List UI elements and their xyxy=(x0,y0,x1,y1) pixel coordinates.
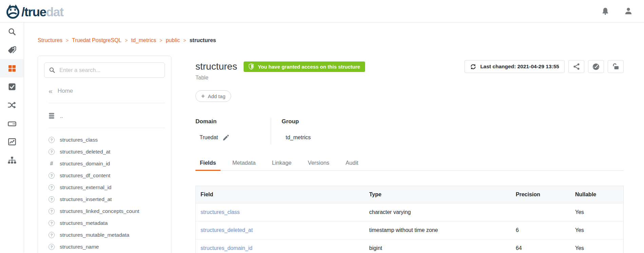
group-value: td_metrics xyxy=(286,134,311,141)
pencil-icon xyxy=(223,134,229,141)
owl-icon xyxy=(5,3,20,19)
list-item[interactable]: ? structures_class xyxy=(44,134,165,146)
truedat-logo[interactable]: /truedat xyxy=(5,3,63,19)
breadcrumb: Structures > Truedat PostgreSQL > td_met… xyxy=(38,37,624,43)
detail-tabs: Fields Metadata Linkage Versions Audit xyxy=(195,160,624,171)
group-column: Group td_metrics xyxy=(271,118,311,144)
top-bar: /truedat xyxy=(0,0,644,22)
column-header-nullable: Nullable xyxy=(570,192,623,198)
question-circle-icon: ? xyxy=(49,173,55,179)
nullable-cell: Yes xyxy=(570,209,623,215)
notifications-bell-icon[interactable] xyxy=(601,7,609,15)
table-header-row: Field Type Precision Nullable xyxy=(196,186,623,203)
breadcrumb-link-system[interactable]: Truedat PostgreSQL xyxy=(72,37,121,43)
share-icon xyxy=(573,63,580,70)
sitemap-icon xyxy=(8,157,16,164)
domain-label: Domain xyxy=(195,118,271,125)
group-label: Group xyxy=(282,118,311,125)
tab-metadata[interactable]: Metadata xyxy=(228,160,260,170)
list-item[interactable]: ? structures_mutable_metadata xyxy=(44,229,165,241)
list-item[interactable]: ? structures_linked_concepts_count xyxy=(44,205,165,217)
navigator-home-button[interactable]: « Home xyxy=(44,87,165,95)
edit-domain-button[interactable] xyxy=(223,134,229,141)
sidebar-item-dashboards[interactable] xyxy=(0,132,24,151)
refresh-last-changed-button[interactable]: Last changed: 2021-04-29 13:55 xyxy=(465,60,565,73)
question-circle-icon: ? xyxy=(49,220,55,226)
profiling-gauge-button[interactable] xyxy=(588,60,604,73)
icon-sidebar xyxy=(0,22,24,253)
grid-icon xyxy=(8,65,16,72)
sidebar-item-taxonomy[interactable] xyxy=(0,151,24,169)
list-item[interactable]: ? structures_df_content xyxy=(44,169,165,181)
field-link[interactable]: structures_class xyxy=(201,209,240,215)
add-tag-button[interactable]: + Add tag xyxy=(195,90,231,102)
granted-access-badge: You have granted access on this structur… xyxy=(244,61,365,72)
navigator-parent-item[interactable]: .. xyxy=(44,112,165,120)
app-window: /truedat xyxy=(0,0,644,253)
breadcrumb-link-structures[interactable]: Structures xyxy=(38,37,62,43)
list-item[interactable]: ? structures_name xyxy=(44,241,165,253)
precision-cell: 64 xyxy=(511,245,570,251)
table-row: structures_domain_id bigint 64 Yes xyxy=(196,239,623,253)
double-chevron-left-icon: « xyxy=(49,88,53,94)
gauge-icon xyxy=(592,63,600,71)
type-cell: character varying xyxy=(364,209,511,215)
tab-audit[interactable]: Audit xyxy=(341,160,363,170)
panel-divider xyxy=(49,128,165,128)
sidebar-item-structures[interactable] xyxy=(0,59,24,77)
type-cell: timestamp without time zone xyxy=(364,227,511,233)
question-circle-icon: ? xyxy=(49,137,55,143)
field-link[interactable]: structures_deleted_at xyxy=(201,227,253,233)
question-circle-icon: ? xyxy=(49,149,55,155)
sidebar-item-lineage[interactable] xyxy=(0,96,24,114)
drive-icon xyxy=(8,120,16,126)
content-area: Structures > Truedat PostgreSQL > td_met… xyxy=(24,22,644,253)
search-input[interactable] xyxy=(59,67,160,73)
structure-detail: structures You have granted access on t xyxy=(195,56,624,253)
field-label: structures_domain_id xyxy=(60,161,110,167)
domain-group-section: Domain Truedat xyxy=(195,118,624,144)
sidebar-item-glossary[interactable] xyxy=(0,41,24,59)
tab-linkage[interactable]: Linkage xyxy=(267,160,296,170)
column-header-precision: Precision xyxy=(511,192,570,198)
field-label: structures_metadata xyxy=(60,220,108,226)
user-avatar-icon[interactable] xyxy=(624,7,632,15)
header-buttons: Last changed: 2021-04-29 13:55 xyxy=(465,60,624,73)
breadcrumb-separator-icon: > xyxy=(125,38,128,43)
database-stack-icon xyxy=(49,113,55,119)
structure-type-label: Table xyxy=(195,75,365,81)
nullable-cell: Yes xyxy=(570,245,623,251)
question-circle-icon: ? xyxy=(49,244,55,250)
panel-divider xyxy=(49,103,165,103)
breadcrumb-link-database[interactable]: td_metrics xyxy=(131,37,156,43)
sidebar-item-quality[interactable] xyxy=(0,77,24,96)
column-header-type: Type xyxy=(364,192,511,198)
fields-table: Field Type Precision Nullable structures… xyxy=(195,186,624,253)
chart-line-icon xyxy=(8,138,16,145)
breadcrumb-link-schema[interactable]: public xyxy=(166,37,180,43)
list-item[interactable]: ? structures_deleted_at xyxy=(44,146,165,158)
list-item[interactable]: ? structures_inserted_at xyxy=(44,193,165,205)
sidebar-item-sources[interactable] xyxy=(0,114,24,132)
tab-fields[interactable]: Fields xyxy=(195,160,221,171)
list-item[interactable]: # structures_domain_id xyxy=(44,158,165,169)
home-label: Home xyxy=(58,88,73,94)
unlock-button[interactable] xyxy=(608,60,624,73)
structure-search-box[interactable] xyxy=(44,62,165,78)
unlock-icon xyxy=(612,63,620,70)
question-circle-icon: ? xyxy=(49,184,55,191)
sidebar-item-search[interactable] xyxy=(0,22,24,41)
question-circle-icon: ? xyxy=(49,232,55,238)
field-list: ? structures_class ? structures_deleted_… xyxy=(44,134,165,253)
list-item[interactable]: ? structures_external_id xyxy=(44,181,165,193)
tab-versions[interactable]: Versions xyxy=(303,160,334,170)
question-circle-icon: ? xyxy=(49,208,55,214)
list-item[interactable]: ? structures_metadata xyxy=(44,217,165,229)
domain-value: Truedat xyxy=(200,134,218,141)
refresh-icon xyxy=(470,64,476,70)
field-link[interactable]: structures_domain_id xyxy=(201,245,252,251)
breadcrumb-current: structures xyxy=(189,37,216,43)
share-button[interactable] xyxy=(568,60,584,73)
detail-header: structures You have granted access on t xyxy=(195,60,624,81)
shield-icon xyxy=(249,64,254,70)
